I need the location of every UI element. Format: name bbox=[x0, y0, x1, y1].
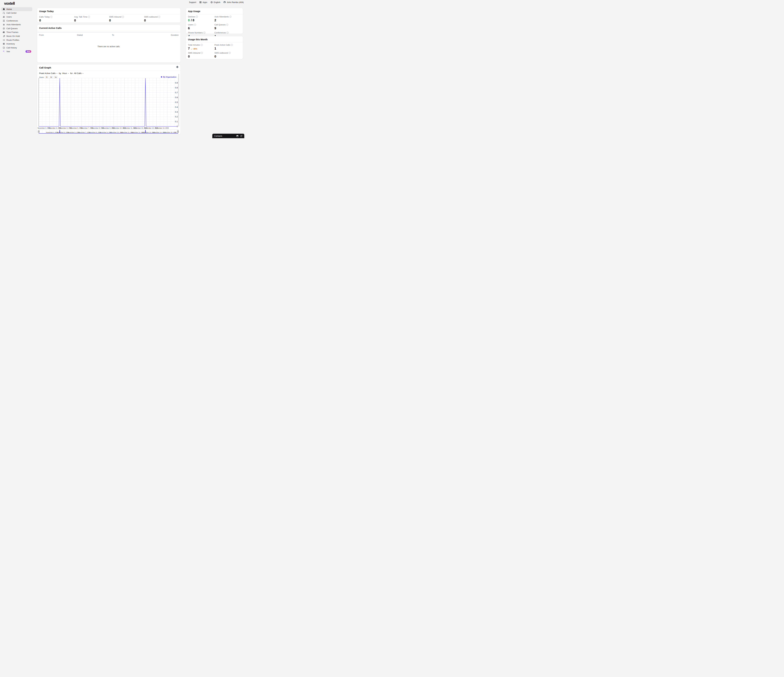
metric-select[interactable]: Peak Active Calls bbox=[39, 72, 58, 75]
info-icon[interactable]: i bbox=[196, 16, 198, 18]
stat-label: Call Queuesi bbox=[215, 23, 241, 26]
support-link[interactable]: Support bbox=[189, 1, 196, 3]
stat-label-text: Call Queues bbox=[215, 23, 226, 26]
for-label: for bbox=[70, 72, 73, 75]
sidebar-item-vee[interactable]: VeeNew bbox=[1, 50, 32, 54]
stat-value: 2 bbox=[215, 19, 241, 22]
sidebar-item-call-center[interactable]: Call Center bbox=[1, 11, 32, 15]
stat-value: 7↙ -46% bbox=[188, 47, 215, 50]
stat-label-text: SMS outbound bbox=[215, 52, 228, 54]
stat-label: Phone Numbersi bbox=[188, 31, 215, 34]
svg-text:12...: 12... bbox=[174, 132, 177, 133]
sidebar-item-users[interactable]: Users bbox=[1, 15, 32, 19]
sidebar-nav: HomeCall CenterUsersConferencesAuto Atte… bbox=[1, 7, 32, 53]
stat-value: 0 bbox=[109, 19, 144, 22]
info-icon[interactable]: i bbox=[201, 52, 203, 54]
stat-label-text: Peak Active Calls bbox=[215, 44, 230, 46]
sidebar-item-label: Call Queues bbox=[6, 27, 18, 30]
voxtell-logo[interactable]: voxtell bbox=[4, 1, 15, 6]
apps-menu[interactable]: Apps bbox=[199, 1, 207, 3]
info-icon[interactable]: i bbox=[226, 24, 228, 26]
stat-label-text: Avg. Talk Time bbox=[74, 16, 87, 18]
usage-today-title: Usage Today bbox=[37, 8, 180, 14]
sidebar-item-label: Conferences bbox=[6, 20, 18, 22]
sidebar-item-inventory[interactable]: Inventory bbox=[1, 42, 32, 46]
stat-label-text: Calls Today bbox=[39, 16, 50, 18]
navigator-labels: November 4, 2025November 5, 2025November… bbox=[46, 132, 177, 133]
navigator-handle-right[interactable] bbox=[177, 130, 179, 133]
stat-label-text: SMS inbound bbox=[109, 16, 121, 18]
vee-icon bbox=[3, 50, 5, 53]
dock-panel-icon[interactable] bbox=[236, 135, 238, 137]
svg-text:0.3: 0.3 bbox=[175, 111, 178, 113]
zoom-label: Zoom: bbox=[39, 76, 44, 78]
info-icon[interactable]: i bbox=[158, 16, 160, 18]
info-icon[interactable]: i bbox=[50, 16, 52, 18]
legend-series-name: My Organization bbox=[163, 76, 176, 78]
sidebar-item-auto-attendants[interactable]: Auto Attendants bbox=[1, 23, 32, 26]
home-icon bbox=[3, 8, 5, 10]
sidebar-item-home[interactable]: Home bbox=[1, 7, 32, 11]
active-calls-table-header: FromDialedToDuration bbox=[37, 34, 180, 36]
language-menu[interactable]: English bbox=[210, 1, 221, 3]
app-usage-stats: Devicesi0 / 8Auto Attendantsi2Usersi6Cal… bbox=[186, 14, 243, 38]
stat-sms-inbound: SMS inboundi0 bbox=[109, 16, 144, 22]
stat-label: Usersi bbox=[188, 23, 215, 26]
stat-calls-today: Calls Todayi0 bbox=[39, 16, 74, 22]
info-icon[interactable]: i bbox=[122, 16, 124, 18]
stat-value: 0 / 8 bbox=[188, 19, 215, 22]
stat-value: 0 bbox=[144, 19, 179, 22]
info-icon[interactable]: i bbox=[203, 32, 205, 34]
sidebar-item-time-frames[interactable]: Time Frames bbox=[1, 30, 32, 34]
active-calls-card: Current Active Calls FromDialedToDuratio… bbox=[37, 25, 180, 63]
interval-select[interactable]: Hour bbox=[62, 72, 69, 75]
sidebar-item-music-on-hold[interactable]: Music On Hold bbox=[1, 34, 32, 38]
sidebar-item-call-queues[interactable]: Call Queues bbox=[1, 26, 32, 30]
call-center-icon bbox=[3, 12, 5, 14]
info-icon[interactable]: i bbox=[88, 16, 90, 18]
globe-icon bbox=[210, 1, 213, 3]
info-icon[interactable]: i bbox=[231, 44, 233, 46]
usage-month-title: Usage this Month bbox=[186, 36, 243, 42]
stat-value: 1 bbox=[215, 47, 241, 50]
chart-legend[interactable]: My Organization bbox=[161, 76, 176, 78]
chevron-down-icon bbox=[68, 73, 69, 74]
stat-label-text: Conferences bbox=[215, 31, 226, 34]
call-graph-card: Call Graph Peak Active Calls by Hour for… bbox=[37, 64, 180, 135]
stat-sms-outbound: SMS outboundi0 bbox=[144, 16, 179, 22]
stat-label: Conferencesi bbox=[215, 31, 241, 34]
svg-text:0.2: 0.2 bbox=[175, 116, 178, 118]
call-graph-controls: Peak Active Calls by Hour for All Calls bbox=[37, 71, 180, 75]
print-icon[interactable] bbox=[176, 66, 179, 68]
active-calls-title: Current Active Calls bbox=[37, 25, 180, 31]
chevron-down-icon bbox=[82, 73, 84, 74]
contacts-widget[interactable]: Contacts bbox=[212, 134, 244, 138]
stat-peak-active-calls: Peak Active Callsi1 bbox=[215, 44, 241, 50]
column-header-from: From bbox=[39, 34, 77, 36]
support-label: Support bbox=[189, 1, 196, 3]
info-icon[interactable]: i bbox=[229, 52, 231, 54]
stat-auto-attendants: Auto Attendantsi2 bbox=[215, 16, 241, 22]
by-label: by bbox=[59, 72, 61, 75]
stat-label-text: Users bbox=[188, 23, 193, 26]
sidebar-item-route-profiles[interactable]: Route Profiles bbox=[1, 38, 32, 42]
filter-select[interactable]: All Calls bbox=[74, 72, 84, 75]
stat-value: 0 bbox=[39, 19, 74, 22]
sidebar-item-label: Auto Attendants bbox=[6, 23, 21, 26]
open-external-icon[interactable] bbox=[240, 135, 243, 137]
info-icon[interactable]: i bbox=[229, 16, 232, 18]
navigator-handle-left[interactable] bbox=[38, 130, 39, 133]
stat-label-text: SMS inbound bbox=[188, 52, 200, 54]
usage-month-stats: Total minutesi7↙ -46%Peak Active Callsi1… bbox=[186, 42, 243, 58]
chart-navigator[interactable]: November 4, 2025November 5, 2025November… bbox=[38, 130, 179, 134]
stat-value: 0 bbox=[215, 55, 241, 58]
info-icon[interactable]: i bbox=[227, 32, 229, 34]
stat-label: Peak Active Callsi bbox=[215, 44, 241, 46]
info-icon[interactable]: i bbox=[201, 44, 203, 46]
sidebar-item-call-history[interactable]: Call History bbox=[1, 46, 32, 50]
user-menu[interactable]: John Rambo (434) bbox=[224, 1, 244, 3]
info-icon[interactable]: i bbox=[194, 24, 196, 26]
svg-text:November 6, 2025: November 6, 2025 bbox=[67, 132, 80, 133]
horizontal-scrollbar[interactable] bbox=[37, 32, 180, 33]
sidebar-item-conferences[interactable]: Conferences bbox=[1, 19, 32, 23]
